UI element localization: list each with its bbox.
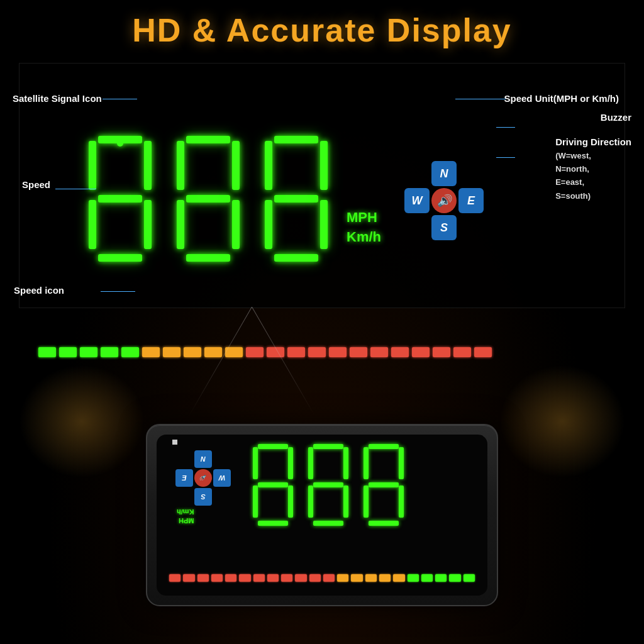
seg-mid-3: [274, 195, 318, 203]
speed-bar-seg-0: [38, 347, 56, 357]
compass-south: S: [431, 215, 457, 240]
device-speed-bar-seg-1: [183, 574, 194, 582]
proj-line-right: [189, 307, 252, 416]
digit-1: [82, 136, 164, 262]
seg-br-1: [144, 200, 152, 249]
speed-bar-seg-6: [163, 347, 180, 357]
compass-east: E: [458, 188, 484, 213]
device-speed-bar-seg-3: [211, 574, 223, 582]
device-digits: [248, 444, 409, 526]
device-buzzer: 🔊: [194, 469, 212, 487]
connector-satellite: [103, 99, 137, 99]
compass-west: W: [404, 188, 430, 213]
device-speed-bar-seg-8: [281, 574, 292, 582]
seg-bot-1: [98, 254, 142, 262]
compass-north: N: [431, 161, 457, 186]
device-speed-bar-seg-11: [323, 574, 335, 582]
device-speed-bar-seg-0: [169, 574, 180, 582]
speed-bar-seg-21: [474, 347, 492, 357]
device-speed-bar: [169, 574, 475, 583]
device-speed-bar-seg-20: [449, 574, 460, 582]
device-speed-bar-seg-4: [225, 574, 236, 582]
device-speed-bar-seg-6: [253, 574, 265, 582]
speed-bar: [38, 345, 606, 359]
speed-unit-label: Speed Unit(MPH or Km/h): [504, 93, 619, 104]
satellite-signal-label: Satellite Signal Icon: [13, 93, 102, 104]
seg-tr-3: [320, 141, 328, 190]
buzzer-label: Buzzer: [601, 112, 631, 123]
hud-device: N W 🔊 E S MPHKm/h: [146, 424, 498, 606]
seg-mid-1: [98, 195, 142, 203]
seg-br-2: [232, 200, 240, 249]
device-speed-bar-seg-13: [351, 574, 362, 582]
speed-bar-seg-4: [121, 347, 139, 357]
device-speed-bar-seg-12: [337, 574, 348, 582]
seg-tr-2: [232, 141, 240, 190]
seg-top-2: [186, 136, 230, 143]
device-speed-bar-seg-2: [197, 574, 209, 582]
connector-direction: [496, 157, 515, 158]
speed-bar-seg-18: [412, 347, 430, 357]
speed-bar-seg-5: [142, 347, 160, 357]
device-mph-label: MPHKm/h: [177, 507, 194, 525]
speed-bar-seg-20: [453, 347, 471, 357]
seg-bl-1: [89, 200, 96, 249]
mph-label: MPH: [347, 208, 381, 228]
device-digit-3: [358, 444, 409, 526]
device-compass-north: N: [194, 450, 212, 468]
seg-bot-2: [186, 254, 230, 262]
seg-tl-2: [177, 141, 184, 190]
connector-speed: [55, 189, 96, 189]
speed-icon-label: Speed icon: [14, 285, 64, 296]
seg-bl-3: [265, 200, 272, 249]
device-screen: N W 🔊 E S MPHKm/h: [157, 435, 487, 596]
compass-panel: N W 🔊 E S: [404, 161, 486, 243]
device-speed-bar-seg-17: [408, 574, 419, 582]
connector-speedbar: [101, 291, 135, 292]
device-compass-south: S: [194, 488, 212, 506]
speed-bar-seg-17: [391, 347, 409, 357]
seg-bot-3: [274, 254, 318, 262]
connector-buzzer: [496, 127, 515, 128]
speed-digits: [82, 136, 340, 262]
device-compass: N W 🔊 E S: [175, 450, 232, 507]
speed-bar-seg-2: [80, 347, 97, 357]
device-speed-bar-seg-15: [379, 574, 391, 582]
seg-tl-3: [265, 141, 272, 190]
speed-label: Speed: [22, 179, 50, 190]
device-compass-east: E: [175, 469, 193, 487]
speed-bar-seg-14: [329, 347, 347, 357]
device-speed-bar-seg-5: [239, 574, 250, 582]
page-title: HD & Accurate Display: [0, 11, 644, 49]
device-speed-bar-seg-16: [393, 574, 404, 582]
seg-br-3: [320, 200, 328, 249]
direction-detail: (W=west,N=north,E=east,S=south): [555, 151, 591, 201]
device-digit-1: [248, 444, 298, 526]
device-speed-bar-seg-14: [365, 574, 377, 582]
digit-2: [170, 136, 252, 262]
connector-speedunit: [455, 99, 506, 99]
device-speed-bar-seg-19: [435, 574, 447, 582]
proj-line-left: [252, 307, 314, 416]
device-indicator-light: [172, 440, 177, 445]
speed-bar-seg-15: [350, 347, 367, 357]
speed-unit-display: MPH Km/h: [347, 208, 381, 247]
digit-3: [258, 136, 340, 262]
seg-tr-1: [144, 141, 152, 190]
seg-top-1: [98, 136, 142, 143]
buzzer-button[interactable]: 🔊: [431, 188, 457, 213]
device-compass-west: W: [213, 469, 231, 487]
device-speed-bar-seg-18: [421, 574, 433, 582]
kmh-label: Km/h: [347, 228, 381, 247]
device-speed-bar-seg-10: [309, 574, 321, 582]
driving-direction-label: Driving Direction (W=west,N=north,E=east…: [555, 135, 631, 202]
device-digit-2: [303, 444, 353, 526]
seg-bl-2: [177, 200, 184, 249]
speed-bar-seg-1: [59, 347, 77, 357]
speed-bar-seg-16: [370, 347, 388, 357]
device-speed-bar-seg-21: [464, 574, 475, 582]
device-speed-bar-seg-9: [295, 574, 306, 582]
speed-bar-seg-19: [433, 347, 450, 357]
device-speed-bar-seg-7: [267, 574, 279, 582]
headlight-left-glow: [19, 365, 145, 478]
